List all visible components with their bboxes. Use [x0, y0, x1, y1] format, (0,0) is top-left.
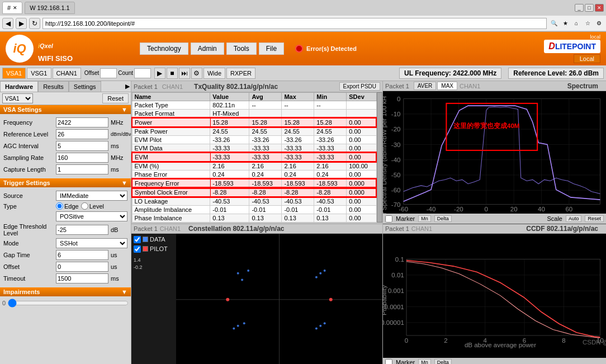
mode-row: Mode SSHot: [3, 238, 127, 248]
data-series-item: DATA: [134, 236, 174, 243]
max-tab[interactable]: MAX: [437, 82, 457, 90]
bookmark-icon[interactable]: ★: [560, 18, 570, 29]
file-button[interactable]: File: [259, 42, 284, 55]
vsa1-button[interactable]: VSA1: [2, 68, 26, 79]
tools-icon[interactable]: ⚙: [594, 18, 604, 29]
pilot-series-item: PILOT: [134, 245, 174, 253]
home-icon[interactable]: ⌂: [571, 18, 581, 29]
gaptime-input[interactable]: [56, 250, 108, 260]
frequency-input[interactable]: [56, 117, 108, 127]
table-body: Packet Type802.11n------Packet FormatHT-…: [132, 101, 376, 223]
ccdf-mn-button[interactable]: Mn: [418, 359, 431, 364]
table-cell: Phase Imbalance: [132, 214, 210, 223]
capture-input[interactable]: [56, 164, 108, 174]
ccdf-packet-label: Packet 1: [385, 225, 409, 232]
offset2-input[interactable]: [56, 262, 108, 272]
threshold-unit: dB: [111, 226, 127, 233]
svg-text:Power Spectral Density (dBm/RB: Power Spectral Density (dBm/RBW per 100 …: [383, 96, 387, 224]
mn-button[interactable]: Mn: [418, 215, 431, 222]
auto-button[interactable]: Auto: [566, 215, 582, 222]
constellation-values: 1.4 -0.2: [134, 257, 174, 270]
error-label: Error(s) Detected: [306, 45, 357, 52]
reset-button[interactable]: Reset: [102, 93, 129, 103]
txquality-header: Packet 1 CHAN1 TxQuality 802.11a/g/p/n/a…: [131, 81, 382, 92]
chan1-button[interactable]: CHAN1: [53, 68, 81, 79]
mode-select[interactable]: SSHot: [56, 238, 127, 248]
forward-button[interactable]: ▶: [16, 18, 27, 29]
svg-point-6: [315, 276, 318, 278]
tab-hash[interactable]: # ✕: [2, 2, 22, 14]
rxper-button[interactable]: RXPER: [226, 68, 255, 79]
tab-results[interactable]: Results: [38, 81, 69, 92]
local-button[interactable]: Local: [574, 54, 600, 63]
impairments-collapse-icon[interactable]: ▼: [121, 289, 127, 295]
table-scrollbar[interactable]: [377, 92, 382, 223]
litepoint-brand: D LITEPOINT: [544, 40, 600, 53]
threshold-row: Edge Threshold Level dB: [3, 223, 127, 237]
ccdf-delta-button[interactable]: Delta: [434, 359, 452, 364]
agc-input[interactable]: [56, 141, 108, 151]
back-button[interactable]: ◀: [2, 18, 13, 29]
address-bar[interactable]: [42, 18, 547, 29]
browser-titlebar: # ✕ W 192.168.1.1 _ □ ✕: [0, 0, 606, 16]
table-header-row: Name Value Avg Max Min SDev: [132, 93, 376, 101]
scale-reset-button[interactable]: Reset: [585, 215, 604, 222]
minimize-button[interactable]: _: [575, 4, 584, 12]
expand-icon[interactable]: ▶: [124, 81, 131, 92]
refresh-button[interactable]: ↻: [29, 18, 40, 29]
tab-settings[interactable]: Settings: [69, 81, 101, 92]
sampling-input[interactable]: [56, 153, 108, 163]
settings2-icon[interactable]: ⚙: [191, 68, 202, 79]
table-cell: 2.16: [282, 162, 314, 171]
const-value-2: -0.2: [134, 264, 174, 270]
tab-hardware[interactable]: Hardware: [0, 81, 38, 92]
export-psdu-button[interactable]: Export PSDU: [339, 82, 380, 91]
admin-button[interactable]: Admin: [191, 42, 224, 55]
play-icon[interactable]: ▶: [154, 68, 165, 79]
data-series-checkbox[interactable]: [134, 236, 141, 243]
level-radio[interactable]: [81, 202, 88, 210]
technology-button[interactable]: Technology: [140, 42, 188, 55]
star-icon[interactable]: ☆: [583, 18, 593, 29]
edge-type-select[interactable]: POSitive: [56, 211, 127, 221]
svg-text:0.00001: 0.00001: [383, 319, 404, 326]
aver-tab[interactable]: AVER: [414, 82, 437, 90]
impairments-slider[interactable]: [8, 299, 129, 308]
maximize-button[interactable]: □: [585, 4, 594, 12]
source-label: Source: [3, 192, 54, 199]
tab-close-icon[interactable]: ✕: [13, 5, 17, 11]
wide-button[interactable]: Wide: [203, 68, 225, 79]
search-icon[interactable]: 🔍: [549, 18, 559, 29]
count-input[interactable]: [134, 68, 151, 78]
close-button[interactable]: ✕: [595, 4, 604, 12]
reflevel-input[interactable]: [56, 129, 108, 139]
edge-radio[interactable]: [56, 202, 63, 210]
delta-button[interactable]: Delta: [434, 215, 452, 222]
source-select[interactable]: IMMediate: [56, 191, 127, 201]
trigger-collapse-icon[interactable]: ▼: [121, 179, 127, 186]
collapse-icon[interactable]: ▼: [121, 106, 127, 113]
table-row: Phase Imbalance0.130.130.130.130.00: [132, 214, 376, 223]
error-indicator: Error(s) Detected: [295, 45, 357, 53]
table-cell: 0.00: [347, 197, 376, 206]
vsg1-button[interactable]: VSG1: [27, 68, 51, 79]
offset-input[interactable]: [100, 68, 117, 78]
threshold-input[interactable]: [56, 225, 108, 235]
ccdf-chart-area: 0.1 0.01 0.001 0.0001 0.00001 0 2 4 6 8 …: [383, 234, 606, 364]
spectrum-header: Packet 1 AVER MAX CHAN1 Spectrum: [383, 81, 606, 91]
table-cell: Amplitude Imbalance: [132, 206, 210, 214]
step-icon[interactable]: ⏭: [179, 68, 190, 79]
tab-192[interactable]: W 192.168.1.1: [25, 2, 75, 14]
timeout-input[interactable]: [56, 273, 108, 283]
svg-text:20: 20: [510, 206, 518, 212]
svg-text:2: 2: [444, 337, 447, 344]
stop-icon[interactable]: ■: [167, 68, 178, 79]
marker-checkbox[interactable]: [385, 215, 392, 223]
tools-button[interactable]: Tools: [226, 42, 257, 55]
ccdf-marker-checkbox[interactable]: [385, 359, 392, 365]
table-cell: --: [282, 101, 314, 110]
vsa-select[interactable]: VSA1: [2, 93, 33, 103]
pilot-series-checkbox[interactable]: [134, 245, 141, 253]
frequency-label: Frequency: [3, 119, 54, 126]
constellation-header: Packet 1 CHAN1 Constellation 802.11a/g/p…: [131, 224, 382, 234]
